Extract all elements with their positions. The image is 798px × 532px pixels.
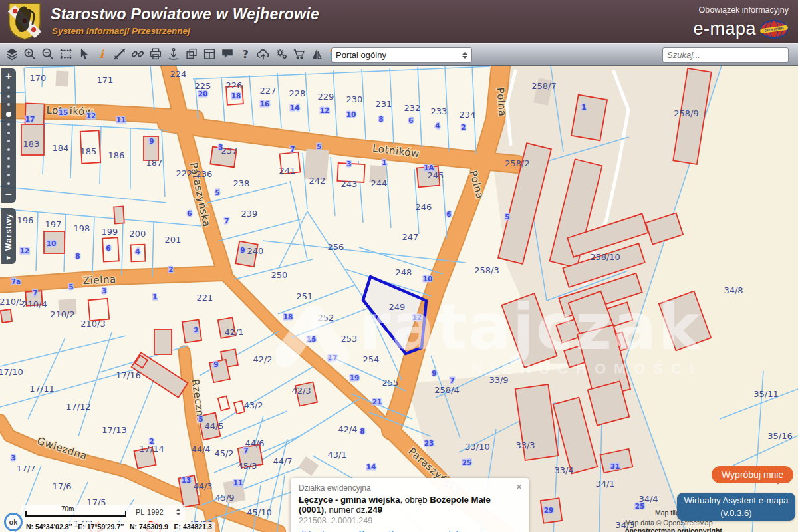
- svg-text:?: ?: [242, 48, 249, 61]
- tool-help-button[interactable]: ?: [236, 45, 254, 63]
- map-attribution-line2: Map data © OpenStreetMap openstreetmap.o…: [625, 519, 798, 532]
- svg-text:238: 238: [233, 178, 250, 188]
- zoom-out-button[interactable]: −: [1, 187, 16, 203]
- svg-text:221: 221: [197, 293, 213, 303]
- svg-text:251: 251: [297, 291, 313, 301]
- svg-text:236: 236: [196, 169, 213, 179]
- tool-cloud-upload-button[interactable]: [254, 45, 272, 63]
- tool-info-button[interactable]: i: [92, 45, 110, 63]
- tool-measure-button[interactable]: [110, 45, 128, 63]
- zoom-slider-dot[interactable]: [7, 95, 10, 98]
- portal-select[interactable]: Portal ogólny: [331, 47, 472, 63]
- zoom-slider-dot[interactable]: [7, 140, 10, 142]
- svg-text:31: 31: [610, 462, 620, 470]
- zoom-slider[interactable]: [6, 84, 11, 187]
- svg-text:240: 240: [247, 246, 264, 256]
- svg-text:33/10: 33/10: [465, 442, 489, 452]
- svg-text:11: 11: [116, 116, 126, 124]
- parcel-info-popup: Działka ewidencyjna ✕ Łęczyce - gmina wi…: [291, 478, 529, 532]
- zoom-slider-dot[interactable]: [7, 157, 10, 160]
- map-canvas[interactable]: LotnikówLotnikówParaszyńskaParaszyńskaPo…: [0, 66, 798, 532]
- svg-text:10: 10: [346, 110, 356, 118]
- tool-link-button[interactable]: [128, 45, 146, 63]
- tool-select-area-button[interactable]: [57, 45, 74, 63]
- svg-text:6: 6: [446, 210, 451, 218]
- zoom-slider-dot[interactable]: [7, 132, 10, 134]
- map-area: LotnikówLotnikówParaszyńskaParaszyńskaPo…: [0, 66, 798, 532]
- svg-text:35/16: 35/16: [767, 431, 792, 441]
- layers-tab[interactable]: Warstwy ▶: [1, 208, 16, 264]
- svg-text:14: 14: [366, 463, 376, 471]
- zoom-slider-handle[interactable]: [6, 112, 11, 117]
- svg-text:258/2: 258/2: [505, 158, 529, 168]
- layers-icon: [5, 47, 19, 61]
- svg-text:244: 244: [371, 178, 388, 188]
- tool-layout-button[interactable]: [200, 45, 218, 63]
- layers-tab-label: Warstwy: [4, 213, 13, 251]
- svg-text:224: 224: [170, 69, 187, 79]
- zoom-slider-dot[interactable]: [7, 86, 10, 89]
- svg-text:5: 5: [215, 188, 219, 196]
- svg-text:171: 171: [97, 75, 114, 85]
- svg-text:258/7: 258/7: [531, 81, 556, 91]
- tool-locate-pin-button[interactable]: [164, 45, 182, 63]
- svg-text:5: 5: [317, 142, 321, 150]
- tool-settings-button[interactable]: [272, 45, 290, 63]
- assistant-cta-bubble[interactable]: Wypróbuj mnie: [712, 466, 793, 483]
- svg-text:242: 242: [309, 176, 326, 186]
- crs-select-arrows-icon[interactable]: [176, 509, 181, 515]
- svg-text:44/4: 44/4: [191, 444, 210, 454]
- zoom-slider-dot[interactable]: [7, 182, 10, 185]
- registry-info-link[interactable]: Informacja z ewidencji: [448, 529, 521, 532]
- zoom-in-icon: [23, 47, 37, 61]
- ok-button[interactable]: ok: [4, 513, 23, 531]
- zoom-in-button[interactable]: +: [1, 68, 16, 84]
- tool-compass-button[interactable]: [308, 45, 326, 63]
- tool-zoom-in-button[interactable]: [21, 45, 39, 63]
- zoom-slider-dot[interactable]: [7, 148, 10, 151]
- zoom-slider-dot[interactable]: [7, 123, 10, 126]
- tool-zoom-out-button[interactable]: [39, 45, 57, 63]
- measure-icon: [112, 47, 127, 61]
- search-input[interactable]: [663, 50, 789, 60]
- svg-text:17/7: 17/7: [16, 464, 35, 473]
- svg-text:17/11: 17/11: [29, 384, 54, 394]
- tool-cart-button[interactable]: [290, 45, 308, 63]
- svg-text:4: 4: [135, 247, 140, 255]
- zoom-slider-dot[interactable]: [7, 165, 10, 168]
- select-area-icon: [59, 47, 73, 61]
- popup-links: Zbliż do obiektu Szczegóły (I) Inne + In…: [299, 529, 521, 532]
- svg-text:243: 243: [341, 179, 358, 189]
- app-header: Starostwo Powiatowe w Wejherowie System …: [0, 0, 798, 43]
- osm-copyright-link[interactable]: openstreetmap.org/copyright: [625, 527, 722, 532]
- svg-text:18: 18: [283, 313, 293, 321]
- svg-text:210/5: 210/5: [0, 297, 25, 307]
- svg-text:11: 11: [233, 479, 243, 487]
- zoom-slider-dot[interactable]: [7, 174, 10, 176]
- details-link[interactable]: Szczegóły (I): [358, 529, 401, 532]
- tool-print-button[interactable]: [146, 45, 164, 63]
- info-obligation-link[interactable]: Obowiązek informacyjny: [699, 5, 789, 15]
- print-icon: [148, 47, 163, 61]
- svg-text:6: 6: [106, 244, 110, 252]
- popup-close-icon[interactable]: ✕: [515, 482, 523, 492]
- tool-duplicate-button[interactable]: [182, 45, 200, 63]
- tool-pointer-button[interactable]: [74, 45, 92, 63]
- svg-text:1A: 1A: [424, 164, 434, 172]
- county-crest-icon: [7, 2, 43, 41]
- tool-layers-button[interactable]: [3, 45, 21, 63]
- svg-text:12: 12: [20, 247, 30, 255]
- svg-text:Zielna: Zielna: [82, 273, 116, 287]
- svg-text:17/6: 17/6: [52, 481, 71, 491]
- svg-text:232: 232: [404, 103, 421, 113]
- svg-text:14: 14: [290, 104, 300, 112]
- virtual-assistant-button[interactable]: Wirtualny Asystent e-mapa (v.0.3.6): [677, 493, 795, 521]
- zoom-slider-dot[interactable]: [7, 103, 10, 106]
- tool-comment-button[interactable]: [218, 45, 236, 63]
- crs-select-value[interactable]: PL-1992: [136, 508, 164, 516]
- link-icon: [130, 47, 145, 61]
- portal-select-value: Portal ogólny: [336, 50, 386, 60]
- zoom-to-object-link[interactable]: Zbliż do obiektu: [299, 529, 350, 532]
- svg-text:250: 250: [271, 270, 288, 280]
- svg-text:246: 246: [416, 202, 432, 212]
